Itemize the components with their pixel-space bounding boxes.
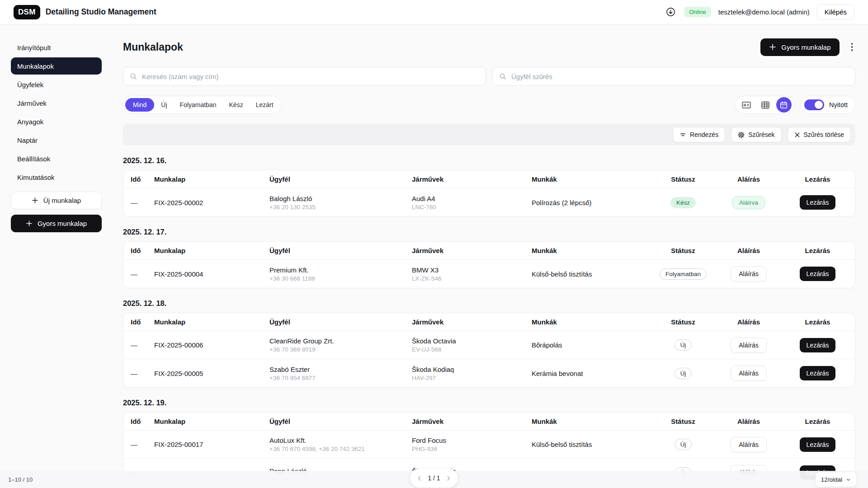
row-status-cell: Kész [649,197,717,208]
status-badge: Folyamatban [660,268,707,280]
worksheet-table: Idő Munkalap Ügyfél Járművek Munkák Stát… [123,170,855,217]
col-header-vehicles: Járművek [412,175,532,183]
client-filter-box [492,67,855,86]
row-worksheet-number[interactable]: FIX-2025-00004 [154,270,269,278]
status-chip-group: MindÚjFolyamatbanKészLezárt [123,96,282,114]
sidebar-item-2[interactable]: Munkalapok [11,57,102,75]
result-range: 1–10 / 10 [8,476,33,483]
sidebar-item-1[interactable]: Irányítópult [11,39,102,56]
sort-button[interactable]: Rendezés [673,127,725,142]
keyword-search-input[interactable] [141,72,479,81]
row-worksheet-number[interactable]: FIX-2025-00006 [154,341,269,349]
filter-chips-row: MindÚjFolyamatbanKészLezárt [123,96,855,114]
worksheet-table: Idő Munkalap Ügyfél Járművek Munkák Stát… [123,313,855,388]
sidebar-item-3[interactable]: Ügyfelek [11,76,102,93]
app-window: DSM Detailing Studio Management Online t… [0,0,868,488]
col-header-status: Státusz [649,318,717,326]
row-worksheet-number[interactable]: FIX-2025-00005 [154,370,269,377]
row-works: Bőrápolás [532,341,649,349]
table-header-row: Idő Munkalap Ügyfél Járművek Munkák Stát… [123,313,855,331]
row-client: AutoLux Kft. +36 70 670 4598, +36 20 742… [269,436,412,452]
worksheet-row: — FIX-2025-00005 Szabó Eszter +36 70 954… [123,359,855,387]
row-signature-cell: Aláírás [717,266,780,282]
row-client: Szabó Eszter +36 70 954 6977 [269,366,412,381]
worksheet-row: — FIX-2025-00006 CleanRide Group Zrt. +3… [123,331,855,359]
row-close-cell: Lezárás [780,338,855,352]
search-icon [499,73,506,80]
signature-control[interactable]: Aláírás [731,266,767,282]
open-only-toggle[interactable]: Nyitott [800,96,855,114]
sync-download-icon[interactable] [665,6,677,18]
user-email: tesztelek@demo.local (admin) [718,8,810,16]
col-header-works: Munkák [532,318,649,326]
page-size-value: 12/oldal [821,476,842,483]
quick-worksheet-label: Gyors munkalap [38,220,87,227]
col-header-signature: Aláírás [717,418,780,425]
worksheet-table: Idő Munkalap Ügyfél Járművek Munkák Stát… [123,241,855,288]
section-date: 2025. 12. 18. [123,299,855,308]
clear-filters-button[interactable]: Szűrés törlése [788,127,851,142]
calendar-view-icon[interactable] [776,97,792,113]
chevron-right-icon[interactable] [444,474,453,483]
signature-control[interactable]: Aláírás [731,437,767,452]
vehicle-model: Audi A4 [412,195,532,202]
close-button[interactable]: Lezárás [800,195,836,210]
search-row [123,67,855,86]
col-header-signature: Aláírás [717,175,780,183]
row-client: Balogh László +36 20 130 2535 [269,195,412,211]
date-section: 2025. 12. 16. Idő Munkalap Ügyfél Járműv… [123,156,855,217]
sidebar-item-5[interactable]: Anyagok [11,113,102,130]
col-header-signature: Aláírás [717,318,780,326]
page-indicator: 1 / 1 [426,474,442,482]
sidebar-nav: IrányítópultMunkalapokÜgyfelekJárművekAn… [11,39,113,186]
section-date: 2025. 12. 19. [123,399,855,407]
row-works: Polírozás (2 lépcső) [532,199,649,206]
main-content: Munkalapok Gyors munkalap [113,24,868,488]
sidebar-item-7[interactable]: Beállítások [11,150,102,167]
quick-worksheet-button-sidebar[interactable]: Gyors munkalap [11,215,102,232]
kebab-menu-icon[interactable] [849,40,856,54]
client-name: Premium Kft. [269,266,412,274]
row-worksheet-number[interactable]: FIX-2025-00017 [154,441,269,448]
col-header-close: Lezárás [780,247,855,254]
topbar: DSM Detailing Studio Management Online t… [0,0,868,24]
chevron-left-icon[interactable] [415,474,424,483]
chevron-down-icon [846,477,851,482]
signature-control[interactable]: Aláírás [731,366,767,381]
close-button[interactable]: Lezárás [800,366,836,380]
status-chip-3[interactable]: Folyamatban [174,98,222,112]
col-header-client: Ügyfél [269,175,412,183]
status-chip-1[interactable]: Mind [125,98,154,112]
row-status-cell: Folyamatban [649,268,717,280]
col-header-vehicles: Járművek [412,318,532,326]
toggle-switch[interactable] [804,99,824,110]
sidebar-item-4[interactable]: Járművek [11,94,102,112]
status-chip-5[interactable]: Lezárt [250,98,279,112]
page-size-select[interactable]: 12/oldal [816,472,856,487]
quick-worksheet-button-header[interactable]: Gyors munkalap [760,38,839,56]
card-view-icon[interactable] [738,98,755,112]
table-view-icon[interactable] [757,98,774,112]
row-worksheet-number[interactable]: FIX-2025-00002 [154,199,269,206]
client-filter-input[interactable] [510,72,849,81]
status-chip-4[interactable]: Kész [223,98,249,112]
client-name: Szabó Eszter [269,366,412,373]
col-header-vehicles: Járművek [412,418,532,425]
sidebar-item-6[interactable]: Naptár [11,131,102,149]
close-button[interactable]: Lezárás [800,338,836,352]
logout-button[interactable]: Kilépés [817,4,854,20]
close-button[interactable]: Lezárás [800,437,836,452]
filters-button[interactable]: Szűrések [731,127,781,142]
row-close-cell: Lezárás [780,366,855,380]
filters-label: Szűrések [748,131,774,138]
close-button[interactable]: Lezárás [800,267,836,281]
gear-icon [738,131,745,138]
row-time: — [123,270,154,278]
signature-control[interactable]: Aláírás [731,338,767,353]
new-worksheet-button[interactable]: Új munkalap [11,192,102,209]
plus-icon [26,220,33,227]
client-phone: +36 20 130 2535 [269,204,412,211]
sidebar-item-8[interactable]: Kimutatások [11,169,102,186]
status-chip-2[interactable]: Új [155,98,173,112]
signature-control[interactable]: Aláírva [732,196,765,209]
